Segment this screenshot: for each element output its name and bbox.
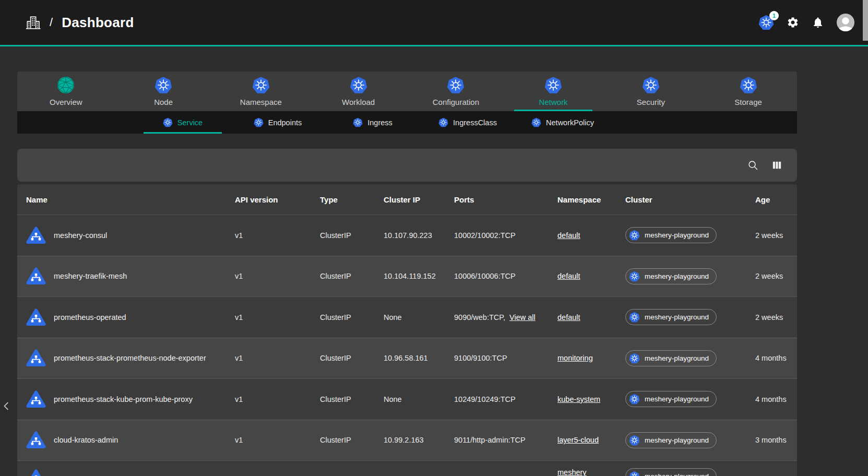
column-header-age[interactable]: Age: [755, 195, 797, 204]
tab-network[interactable]: Network: [505, 72, 602, 111]
name-cell: meshery-consul: [26, 225, 235, 245]
column-header-cluster-ip[interactable]: Cluster IP: [384, 195, 454, 204]
tab-configuration[interactable]: Configuration: [407, 72, 505, 111]
column-header-namespace[interactable]: Namespace: [557, 195, 625, 204]
table-header: NameAPI versionTypeCluster IPPortsNamesp…: [17, 184, 797, 215]
tab-node[interactable]: Node: [115, 72, 212, 111]
cluster-ip-cell: 10.99.2.163: [384, 436, 454, 444]
service-icon: [26, 468, 46, 476]
column-header-cluster[interactable]: Cluster: [625, 195, 755, 204]
namespace-link[interactable]: kube-system: [557, 395, 600, 403]
subtab-service[interactable]: Service: [135, 111, 230, 134]
subtab-networkpolicy[interactable]: NetworkPolicy: [515, 111, 610, 134]
table-row[interactable]: prometheus-stack-kube-prom-kube-proxy v1…: [17, 378, 797, 420]
age-cell: 2 weeks: [755, 313, 797, 322]
namespace-cell: default: [557, 231, 625, 240]
tab-workload[interactable]: Workload: [310, 72, 407, 111]
cluster-chip[interactable]: meshery-playground: [625, 227, 717, 243]
tab-label: Configuration: [433, 98, 479, 106]
ports-text: 10006/10006:TCP: [454, 272, 516, 280]
namespace-link[interactable]: layer5-cloud: [557, 436, 599, 444]
service-icon: [26, 430, 46, 450]
table-row[interactable]: prometheus-stack-prometheus-node-exporte…: [17, 338, 797, 379]
cluster-chip[interactable]: meshery-playground: [625, 432, 717, 448]
age-cell: 4 months: [755, 354, 797, 362]
cluster-name: meshery-playground: [645, 354, 709, 362]
collapse-drawer-button[interactable]: [1, 398, 13, 414]
view-all-link[interactable]: View all: [509, 313, 536, 322]
service-icon: [26, 348, 46, 368]
cluster-ip-cell: None: [384, 395, 454, 403]
cluster-chip[interactable]: meshery-playground: [625, 350, 717, 366]
namespace-link[interactable]: default: [557, 313, 580, 322]
tab-storage[interactable]: Storage: [699, 72, 797, 111]
settings-button[interactable]: [787, 16, 799, 29]
tab-label: Namespace: [240, 98, 282, 106]
view-columns-icon[interactable]: [771, 159, 783, 171]
namespace-cell: default: [557, 313, 625, 322]
subtab-ingressclass[interactable]: IngressClass: [420, 111, 515, 134]
table-row[interactable]: prometheus-operated v1 ClusterIP None 90…: [17, 296, 797, 338]
subtab-endpoints[interactable]: Endpoints: [230, 111, 325, 134]
name-cell: prometheus-operated: [26, 307, 235, 327]
table-body: meshery-consul v1 ClusterIP 10.107.90.22…: [17, 215, 797, 476]
cluster-ip-cell: 10.96.58.161: [384, 354, 454, 362]
tab-label: Storage: [734, 98, 762, 106]
subtab-ingress[interactable]: Ingress: [325, 111, 420, 134]
user-avatar[interactable]: [837, 14, 854, 31]
tab-namespace[interactable]: Namespace: [212, 72, 310, 111]
namespace-link[interactable]: meshery: [557, 468, 587, 476]
kubernetes-icon: [254, 117, 264, 127]
table-row[interactable]: cloud-kratos-admin v1 ClusterIP 10.99.2.…: [17, 420, 797, 461]
kubernetes-context-button[interactable]: 1: [758, 15, 774, 30]
main-content: Overview Node Namespace Workload Configu…: [17, 0, 797, 476]
subtab-label: Service: [177, 118, 203, 127]
cluster-chip[interactable]: meshery-playground: [625, 391, 717, 407]
service-name: meshery-consul: [54, 231, 107, 240]
ports-cell: 9100/9100:TCP: [454, 354, 557, 362]
age-cell: 4 months: [755, 395, 797, 403]
tab-label: Node: [154, 98, 173, 106]
namespace-link[interactable]: default: [557, 231, 580, 240]
api-version-cell: v1: [235, 313, 320, 322]
column-header-ports[interactable]: Ports: [454, 195, 557, 204]
cluster-ip-cell: None: [384, 313, 454, 322]
namespace-link[interactable]: monitoring: [557, 354, 593, 362]
ports-cell: 9011/http-admin:TCP: [454, 436, 557, 444]
table-row[interactable]: meshery-traefik-mesh v1 ClusterIP 10.104…: [17, 256, 797, 297]
cluster-chip[interactable]: meshery-playground: [625, 309, 717, 325]
cluster-cell: meshery-playground: [625, 227, 755, 243]
tab-overview[interactable]: Overview: [17, 72, 115, 111]
api-version-cell: v1: [235, 354, 320, 362]
kubernetes-icon: [447, 76, 465, 94]
cluster-chip[interactable]: meshery-playground: [625, 268, 717, 284]
breadcrumb-separator: /: [50, 16, 53, 29]
service-name: prometheus-stack-prometheus-node-exporte…: [54, 354, 206, 362]
cluster-chip[interactable]: meshery-playground: [625, 468, 717, 476]
service-name: prometheus-operated: [54, 313, 126, 322]
column-header-type[interactable]: Type: [320, 195, 384, 204]
cluster-cell: meshery-playground: [625, 432, 755, 448]
tab-label: Workload: [342, 98, 375, 106]
namespace-cell: layer5-cloud: [557, 436, 625, 444]
table-row[interactable]: meshery meshery-playground: [17, 460, 797, 476]
column-header-name[interactable]: Name: [26, 195, 235, 204]
tab-security[interactable]: Security: [602, 72, 700, 111]
column-header-api-version[interactable]: API version: [235, 195, 320, 204]
table-row[interactable]: meshery-consul v1 ClusterIP 10.107.90.22…: [17, 215, 797, 256]
cluster-cell: meshery-playground: [625, 468, 755, 476]
ports-cell: 10002/10002:TCP: [454, 231, 557, 240]
kubernetes-icon: [154, 76, 172, 94]
search-icon[interactable]: [747, 159, 759, 171]
type-cell: ClusterIP: [320, 231, 384, 240]
cluster-cell: meshery-playground: [625, 391, 755, 407]
scrollbar-thumb[interactable]: [863, 0, 868, 41]
tab-label: Network: [539, 98, 568, 106]
namespace-link[interactable]: default: [557, 272, 580, 280]
notifications-button[interactable]: [812, 16, 824, 29]
header-actions: 1: [758, 14, 854, 31]
kubernetes-icon: [642, 76, 660, 94]
organization-icon[interactable]: [25, 14, 41, 31]
name-cell: prometheus-stack-prometheus-node-exporte…: [26, 348, 235, 368]
kubernetes-icon: [544, 76, 562, 94]
